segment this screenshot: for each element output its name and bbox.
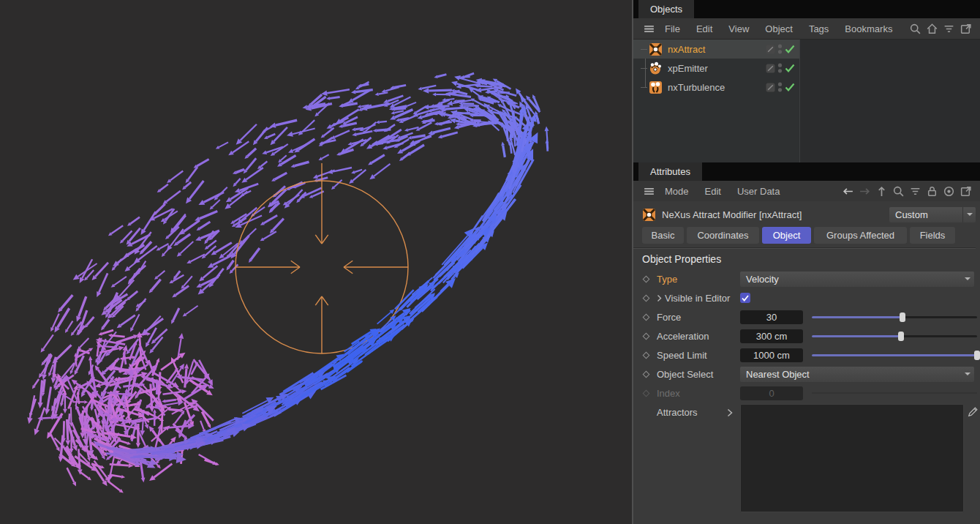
tab-fields[interactable]: Fields [910,227,955,244]
tree-tick [641,49,647,50]
diamond-icon[interactable] [643,332,650,340]
popout-icon[interactable] [960,185,972,198]
menu-edit[interactable]: Edit [697,186,729,197]
menu-object[interactable]: Object [757,23,801,34]
hamburger-icon[interactable] [643,185,655,198]
row-controls [766,44,795,55]
property-row-acceleration: Acceleration 300 cm [633,326,976,345]
forward-arrow-icon[interactable] [859,185,871,198]
visible-in-editor-checkbox[interactable] [740,293,750,303]
chevron-down-icon [961,373,974,375]
menu-file[interactable]: File [657,23,688,34]
edit-layer-icon[interactable] [766,83,775,92]
enabled-check-icon[interactable] [785,45,795,53]
type-dropdown[interactable]: Velocity [740,272,974,287]
chevron-down-icon [961,277,974,280]
diamond-icon[interactable] [643,370,650,378]
diamond-icon[interactable] [643,294,650,302]
app-window: Objects File Edit View Object Tags Bookm… [0,0,980,524]
tab-object[interactable]: Object [762,227,811,244]
property-row-visible-in-editor: Visible in Editor [633,288,976,307]
enabled-check-icon[interactable] [785,64,795,72]
slider-knob[interactable] [974,351,980,360]
object-row-nxattract[interactable]: nxAttract [633,40,799,59]
tab-objects[interactable]: Objects [638,0,694,18]
slider-knob[interactable] [898,332,904,341]
diamond-icon[interactable] [643,313,650,321]
slider-knob[interactable] [900,312,905,322]
chevron-right-icon[interactable] [727,408,733,417]
property-row-attractors: Attractors [633,404,976,512]
visibility-dots-icon[interactable] [777,63,783,74]
acceleration-slider[interactable] [812,331,977,342]
menu-mode[interactable]: Mode [657,186,697,197]
record-icon[interactable] [943,185,955,198]
edit-layer-icon[interactable] [766,64,775,73]
turbulence-icon [649,81,663,94]
index-input: 0 [740,386,803,400]
force-slider[interactable] [812,312,977,323]
object-select-dropdown[interactable]: Nearest Object [740,367,974,382]
diamond-icon [643,389,650,397]
tab-groups-affected[interactable]: Groups Affected [814,227,907,244]
attractors-label: Attractors [657,407,698,418]
property-row-type: Type Velocity [633,269,976,288]
object-select-label: Object Select [657,369,713,380]
tree-tick [641,87,647,88]
diamond-icon[interactable] [643,275,650,282]
popout-icon[interactable] [960,23,972,35]
up-arrow-icon[interactable] [875,185,888,198]
attributes-tabbar: Attributes [633,162,980,181]
visible-in-editor-label: Visible in Editor [665,293,730,304]
acceleration-input[interactable]: 300 cm [740,329,803,343]
tab-basic[interactable]: Basic [642,227,684,244]
type-label: Type [657,274,677,285]
filter-icon[interactable] [943,23,955,35]
menu-bookmarks[interactable]: Bookmarks [837,23,900,34]
menu-user-data[interactable]: User Data [729,186,788,197]
object-name: xpEmitter [668,63,766,74]
preset-dropdown[interactable]: Custom [889,207,976,222]
force-input[interactable]: 30 [740,310,803,324]
index-slider [812,388,977,399]
emitter-icon [649,61,663,75]
modifier-title: NeXus Attract Modifier [nxAttract] [662,209,889,220]
menu-tags[interactable]: Tags [801,23,837,34]
diamond-icon[interactable] [643,351,650,359]
menu-view[interactable]: View [720,23,757,34]
speed-limit-slider[interactable] [812,350,977,361]
attributes-content: NeXus Attract Modifier [nxAttract] Custo… [633,201,980,524]
filter-icon[interactable] [909,185,921,198]
section-header: Object Properties [633,248,976,269]
chevron-right-icon[interactable] [657,294,662,302]
type-dropdown-value: Velocity [746,274,779,285]
tab-coordinates[interactable]: Coordinates [687,227,759,244]
tab-attributes[interactable]: Attributes [638,162,702,181]
home-icon[interactable] [926,23,938,35]
objects-menubar: File Edit View Object Tags Bookmarks [633,18,980,39]
eyedropper-icon[interactable] [967,405,979,418]
object-row-xpemitter[interactable]: xpEmitter [633,59,799,78]
row-controls [766,63,795,74]
visibility-dots-icon[interactable] [777,82,783,93]
object-list: nxAttract xpEmitter [633,39,980,162]
property-row-index: Index 0 [633,383,976,403]
enabled-check-icon[interactable] [785,83,795,91]
preset-dropdown-value: Custom [895,209,928,220]
speed-limit-input[interactable]: 1000 cm [740,348,803,362]
edit-layer-icon[interactable] [766,45,775,54]
visibility-dots-icon[interactable] [777,44,783,55]
menu-edit[interactable]: Edit [688,23,720,34]
hamburger-icon[interactable] [643,23,655,35]
lock-icon[interactable] [926,185,938,198]
search-icon[interactable] [909,23,921,35]
index-label: Index [657,388,680,399]
object-name: nxTurbulence [668,82,766,93]
object-row-nxturbulence[interactable]: nxTurbulence [633,78,799,97]
attribute-tabs: Basic Coordinates Object Groups Affected… [633,224,976,244]
right-panel: Objects File Edit View Object Tags Bookm… [632,0,980,524]
attractors-listbox[interactable] [740,404,964,512]
back-arrow-icon[interactable] [842,185,854,198]
viewport-3d[interactable] [0,0,632,524]
search-icon[interactable] [892,185,905,198]
